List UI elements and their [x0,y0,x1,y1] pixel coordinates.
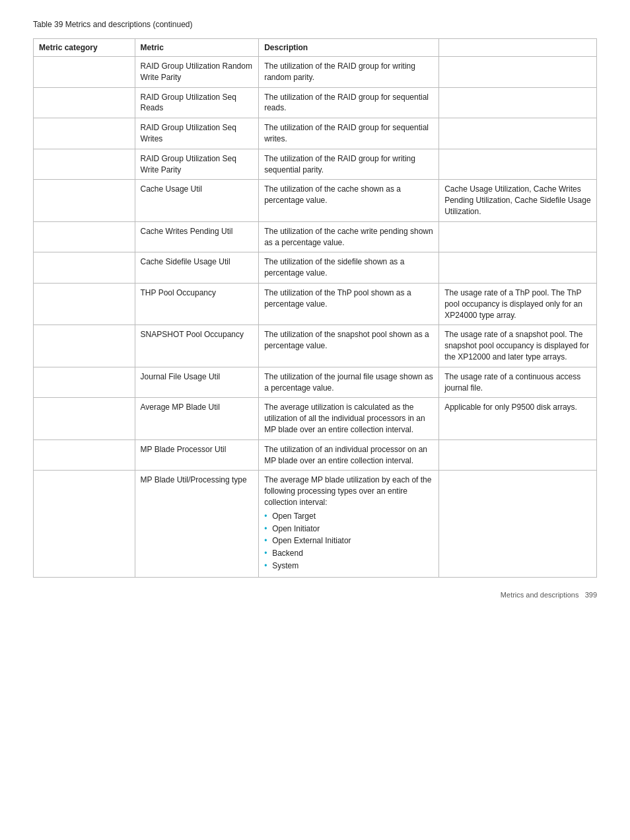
col-header-metric: Metric [135,39,259,57]
cell-extra: The usage rate of a continuous access jo… [439,367,597,398]
cell-category [34,367,135,398]
cell-description: The utilization of the snapshot pool sho… [259,325,439,367]
cell-description: The utilization of the RAID group for wr… [259,57,439,88]
list-item: Open External Initiator [264,535,433,547]
cell-extra [439,439,597,471]
cell-category [34,252,135,284]
cell-category [34,439,135,471]
table-row: Journal File Usage UtilThe utilization o… [34,367,597,398]
col-header-desc: Description [259,39,439,57]
cell-extra [439,221,597,252]
cell-description: The utilization of the RAID group for se… [259,87,439,118]
cell-description: The utilization of the journal file usag… [259,367,439,398]
cell-category [34,118,135,149]
table-row: RAID Group Utilization Seq WritesThe uti… [34,118,597,149]
cell-description: The utilization of the cache write pendi… [259,221,439,252]
cell-metric: Journal File Usage Util [135,367,259,398]
cell-category [34,325,135,367]
bullet-list: Open TargetOpen InitiatorOpen External I… [264,511,433,572]
footer-text: Metrics and descriptions [501,591,579,599]
table-row: RAID Group Utilization Random Write Pari… [34,57,597,88]
cell-category [34,149,135,180]
cell-extra [439,87,597,118]
table-row: THP Pool OccupancyThe utilization of the… [34,283,597,325]
cell-extra: Applicable for only P9500 disk arrays. [439,398,597,439]
cell-metric: MP Blade Util/Processing type [135,471,259,577]
cell-category [34,87,135,118]
cell-extra [439,57,597,88]
cell-extra [439,471,597,577]
cell-category [34,180,135,221]
continued-label: (continued) [153,20,192,29]
cell-extra [439,149,597,180]
cell-metric: Cache Writes Pending Util [135,221,259,252]
cell-description: The utilization of the ThP pool shown as… [259,283,439,325]
cell-description: The utilization of the sidefile shown as… [259,252,439,284]
cell-category [34,57,135,88]
cell-metric: RAID Group Utilization Seq Reads [135,87,259,118]
cell-description: The utilization of the RAID group for se… [259,118,439,149]
cell-description: The average utilization is calculated as… [259,398,439,439]
cell-category [34,283,135,325]
table-row: RAID Group Utilization Seq Write ParityT… [34,149,597,180]
table-row: Cache Usage UtilThe utilization of the c… [34,180,597,221]
cell-description: The utilization of the RAID group for wr… [259,149,439,180]
table-number: Table 39 Metrics and descriptions [33,20,151,29]
cell-metric: Average MP Blade Util [135,398,259,439]
list-item: Backend [264,548,433,559]
page-title: Table 39 Metrics and descriptions (conti… [33,20,597,29]
cell-metric: SNAPSHOT Pool Occupancy [135,325,259,367]
list-item: Open Target [264,511,433,522]
cell-metric: RAID Group Utilization Seq Write Parity [135,149,259,180]
cell-metric: RAID Group Utilization Random Write Pari… [135,57,259,88]
cell-metric: THP Pool Occupancy [135,283,259,325]
cell-description: The average MP blade utilization by each… [259,471,439,577]
table-row: SNAPSHOT Pool OccupancyThe utilization o… [34,325,597,367]
cell-category [34,471,135,577]
list-item: System [264,560,433,572]
cell-description: The utilization of the cache shown as a … [259,180,439,221]
table-row: MP Blade Util/Processing typeThe average… [34,471,597,577]
table-row: RAID Group Utilization Seq ReadsThe util… [34,87,597,118]
cell-extra [439,118,597,149]
cell-extra: The usage rate of a ThP pool. The ThP po… [439,283,597,325]
table-row: Average MP Blade UtilThe average utiliza… [34,398,597,439]
cell-extra: The usage rate of a snapshot pool. The s… [439,325,597,367]
cell-metric: Cache Sidefile Usage Util [135,252,259,284]
col-header-category: Metric category [34,39,135,57]
cell-category [34,398,135,439]
page-number: 399 [585,591,597,599]
cell-category [34,221,135,252]
cell-extra: Cache Usage Utilization, Cache Writes Pe… [439,180,597,221]
cell-metric: Cache Usage Util [135,180,259,221]
cell-metric: RAID Group Utilization Seq Writes [135,118,259,149]
metrics-table: Metric category Metric Description RAID … [33,38,597,578]
cell-metric: MP Blade Processor Util [135,439,259,471]
list-item: Open Initiator [264,523,433,535]
table-row: MP Blade Processor UtilThe utilization o… [34,439,597,471]
table-row: Cache Writes Pending UtilThe utilization… [34,221,597,252]
table-row: Cache Sidefile Usage UtilThe utilization… [34,252,597,284]
page-footer: Metrics and descriptions 399 [33,591,597,599]
col-header-extra [439,39,597,57]
cell-description: The utilization of an individual process… [259,439,439,471]
cell-extra [439,252,597,284]
